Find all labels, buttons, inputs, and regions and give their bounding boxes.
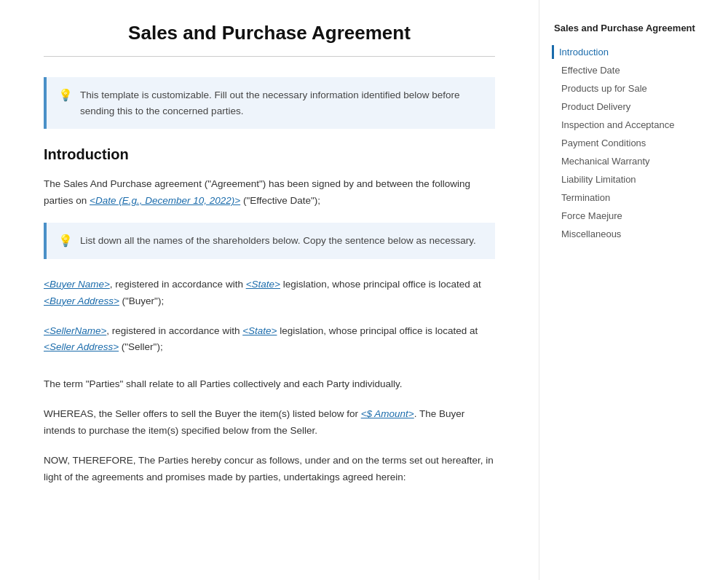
tip-text-1: This template is customizable. Fill out … (80, 87, 483, 119)
sidebar-item-product-delivery[interactable]: Product Delivery (554, 100, 713, 114)
tip-icon-2: 💡 (58, 234, 73, 247)
buyer-state-link[interactable]: <State> (246, 279, 280, 290)
amount-link[interactable]: <$ Amount> (361, 408, 414, 419)
sidebar-item-force-maejure[interactable]: Force Maejure (554, 209, 713, 223)
sidebar-link-miscellaneous[interactable]: Miscellaneous (554, 227, 713, 241)
buyer-mid2: legislation, whose principal office is l… (280, 279, 481, 290)
seller-mid2: legislation, whose principal office is l… (277, 325, 478, 336)
sidebar-item-introduction[interactable]: Introduction (554, 45, 713, 59)
sidebar-link-products-up-for-sale[interactable]: Products up for Sale (554, 82, 713, 95)
sidebar-item-liability-limitation[interactable]: Liability Limitation (554, 172, 713, 186)
seller-paragraph: <SellerName>, registered in accordance w… (44, 323, 495, 357)
sidebar-link-liability-limitation[interactable]: Liability Limitation (554, 172, 713, 186)
sidebar-item-termination[interactable]: Termination (554, 191, 713, 204)
sidebar-doc-title: Sales and Purchase Agreement (554, 22, 713, 35)
tip-text-2: List down all the names of the sharehold… (80, 233, 476, 249)
introduction-heading: Introduction (44, 146, 495, 163)
sidebar-link-payment-conditions[interactable]: Payment Conditions (554, 136, 713, 150)
sidebar-link-inspection-and-acceptance[interactable]: Inspection and Acceptance (554, 118, 713, 132)
buyer-name-link[interactable]: <Buyer Name> (44, 279, 110, 290)
buyer-address-link[interactable]: <Buyer Address> (44, 295, 119, 306)
sidebar-item-inspection-and-acceptance[interactable]: Inspection and Acceptance (554, 118, 713, 132)
intro-paragraph-1: The Sales And Purchase agreement ("Agree… (44, 176, 495, 210)
tip-box-2: 💡 List down all the names of the shareho… (44, 223, 495, 259)
sidebar-item-effective-date[interactable]: Effective Date (554, 63, 713, 77)
sidebar-link-mechanical-warranty[interactable]: Mechanical Warranty (554, 154, 713, 168)
buyer-paragraph: <Buyer Name>, registered in accordance w… (44, 277, 495, 310)
sidebar-item-payment-conditions[interactable]: Payment Conditions (554, 136, 713, 150)
seller-name-link[interactable]: <SellerName> (44, 325, 106, 336)
sidebar-nav: IntroductionEffective DateProducts up fo… (554, 45, 713, 241)
parties-paragraph: The term "Parties" shall relate to all P… (44, 376, 495, 393)
sidebar-link-force-maejure[interactable]: Force Maejure (554, 209, 713, 223)
seller-state-link[interactable]: <State> (242, 325, 277, 336)
therefore-paragraph: NOW, THEREFORE, The Parties hereby concu… (44, 453, 495, 486)
page-title: Sales and Purchase Agreement (44, 22, 495, 44)
sidebar-item-products-up-for-sale[interactable]: Products up for Sale (554, 82, 713, 95)
sidebar-item-miscellaneous[interactable]: Miscellaneous (554, 227, 713, 241)
title-divider (44, 56, 495, 57)
seller-address-link[interactable]: <Seller Address> (44, 341, 119, 352)
seller-mid1: , registered in accordance with (106, 325, 242, 336)
seller-end: ("Seller"); (119, 341, 163, 352)
sidebar-link-introduction[interactable]: Introduction (552, 45, 713, 59)
intro-para1-after: ("Effective Date"); (240, 195, 320, 206)
sidebar-item-mechanical-warranty[interactable]: Mechanical Warranty (554, 154, 713, 168)
whereas-paragraph: WHEREAS, the Seller offers to sell the B… (44, 406, 495, 440)
sidebar-link-product-delivery[interactable]: Product Delivery (554, 100, 713, 114)
sidebar-link-termination[interactable]: Termination (554, 191, 713, 204)
sidebar: Sales and Purchase Agreement Introductio… (539, 0, 728, 580)
effective-date-link[interactable]: <Date (E.g., December 10, 2022)> (90, 195, 240, 206)
tip-box-1: 💡 This template is customizable. Fill ou… (44, 77, 495, 129)
tip-icon-1: 💡 (58, 88, 73, 102)
buyer-end: ("Buyer"); (119, 295, 164, 306)
sidebar-link-effective-date[interactable]: Effective Date (554, 63, 713, 77)
buyer-mid1: , registered in accordance with (110, 279, 246, 290)
whereas-before: WHEREAS, the Seller offers to sell the B… (44, 408, 361, 419)
